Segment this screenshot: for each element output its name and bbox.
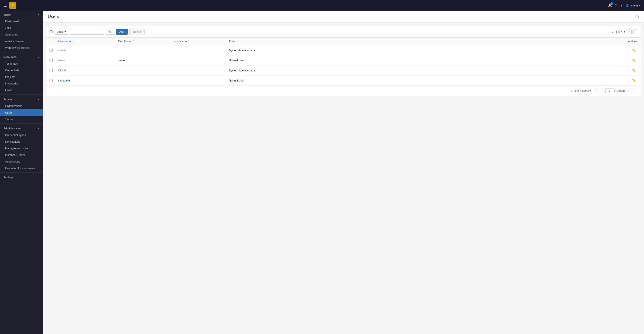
row-2-edit-button[interactable]: ✏️ [631, 58, 637, 63]
pagination-prev-button[interactable]: ‹ [627, 30, 632, 34]
select-all-checkbox[interactable] [50, 30, 52, 33]
sidebar-item-jobs[interactable]: Jobs [0, 25, 43, 31]
table-header: Username ↑ First Name ⋮ Last Name ⋮ Role… [46, 38, 640, 45]
access-chevron-icon: ▾ [38, 98, 39, 101]
row-4-checkbox[interactable] [50, 79, 52, 82]
sidebar-group-views[interactable]: Views ▾ [0, 11, 43, 18]
row-1-edit-button[interactable]: ✏️ [631, 48, 637, 53]
sidebar-item-inventories[interactable]: Inventories [0, 80, 43, 87]
sidebar-item-hosts[interactable]: Hosts [0, 87, 43, 93]
sidebar-item-schedules[interactable]: Schedules [0, 31, 43, 38]
sidebar-item-teams[interactable]: Teams [0, 116, 43, 122]
row-1-role: System Administrator [229, 49, 616, 52]
prev-page-button[interactable]: ‹ [600, 89, 604, 93]
row-3-edit-button[interactable]: ✏️ [631, 68, 637, 73]
row-2-role: Normal User [229, 59, 616, 62]
row-1-username-link[interactable]: admin [58, 49, 66, 52]
pagination-next-button[interactable]: › [632, 30, 637, 34]
administration-chevron-icon: ▾ [38, 127, 39, 130]
notification-bell[interactable]: 🔔 0 [608, 4, 612, 7]
page-number-input[interactable] [605, 88, 613, 93]
header-role: Role [229, 40, 616, 43]
row-3-checkbox-cell [50, 69, 58, 72]
sidebar-item-activity-stream[interactable]: Activity Stream [0, 38, 43, 45]
sidebar-group-settings[interactable]: Settings [0, 174, 43, 181]
top-navigation: ☰ 🏆 🔔 0 ? ▾ 👤 admin ▾ [0, 0, 644, 11]
sidebar-divider-3 [0, 123, 43, 124]
pagination-info: 1 - 4 of 4 ▾ [612, 30, 625, 33]
pagination-text: 1 - 4 of 4 [612, 30, 622, 33]
top-nav-left: ☰ 🏆 [4, 2, 16, 9]
search-icon: 🔍 [108, 30, 112, 33]
table-row: admin System Administrator ✏️ [46, 45, 640, 55]
row-3-actions: ✏️ [616, 68, 637, 73]
search-button[interactable]: 🔍 [106, 29, 114, 35]
sidebar-section-administration: Administration ▾ Credential Types Notifi… [0, 124, 43, 172]
page-header: Users 🕐 [43, 11, 644, 23]
sidebar-item-projects[interactable]: Projects [0, 74, 43, 80]
sidebar-item-templates[interactable]: Templates [0, 60, 43, 67]
sidebar-item-workflow-approvals[interactable]: Workflow Approvals [0, 45, 43, 51]
user-menu[interactable]: 👤 admin ▾ [626, 4, 640, 7]
data-table: Username ↑ First Name ⋮ Last Name ⋮ Role… [46, 38, 640, 96]
sidebar-section-access: Access ▾ Organizations Users Teams [0, 95, 43, 122]
sidebar-section-settings: Settings [0, 174, 43, 181]
sidebar-item-execution-environments[interactable]: Execution Environments [0, 165, 43, 172]
sidebar-item-management-jobs[interactable]: Management Jobs [0, 145, 43, 152]
sidebar-item-dashboard[interactable]: Dashboard [0, 18, 43, 25]
resources-chevron-icon: ▾ [38, 56, 39, 59]
resources-group-label: Resources [4, 56, 16, 59]
row-1-actions: ✏️ [616, 48, 637, 53]
last-name-filter-icon[interactable]: ⋮ [188, 40, 190, 43]
row-4-role: Normal User [229, 79, 616, 82]
row-1-checkbox-cell [50, 49, 58, 52]
pagination-dropdown-arrow[interactable]: ▾ [624, 30, 625, 33]
row-3-checkbox[interactable] [50, 69, 52, 72]
next-page-button[interactable]: › [626, 89, 631, 93]
administration-group-label: Administration [4, 127, 22, 130]
row-3-role: System Administrator [229, 69, 616, 72]
row-2-username: demo [58, 59, 118, 62]
access-group-label: Access [4, 98, 12, 101]
items-dropdown-arrow[interactable]: ▾ [590, 89, 591, 92]
sidebar-item-users[interactable]: Users [0, 109, 43, 116]
row-1-checkbox[interactable] [50, 49, 52, 52]
row-4-edit-button[interactable]: ✏️ [631, 78, 637, 83]
username-sort-icon[interactable]: ↑ [72, 40, 73, 43]
row-3-username-link[interactable]: OLAM [58, 69, 66, 72]
row-2-checkbox-cell [50, 59, 58, 62]
page-of-text: of 1 page [614, 89, 626, 92]
sidebar-item-notifications[interactable]: Notifications [0, 138, 43, 145]
first-page-button[interactable]: « [594, 89, 599, 93]
search-input[interactable] [70, 29, 104, 35]
row-4-username-link[interactable]: sysadmin [58, 79, 70, 82]
views-chevron-icon: ▾ [38, 14, 39, 16]
help-dropdown-arrow[interactable]: ▾ [620, 4, 622, 8]
first-name-header-label: First Name [118, 40, 132, 43]
top-nav-right: 🔔 0 ? ▾ 👤 admin ▾ [608, 4, 640, 8]
first-name-filter-icon[interactable]: ⋮ [132, 40, 135, 43]
page-header-actions: 🕐 [635, 15, 639, 18]
sidebar-group-access[interactable]: Access ▾ [0, 95, 43, 103]
delete-button[interactable]: Delete [130, 29, 145, 35]
history-icon[interactable]: 🕐 [635, 15, 639, 18]
sidebar-item-credential-types[interactable]: Credential Types [0, 132, 43, 138]
help-icon[interactable]: ? [615, 4, 617, 7]
row-2-username-link[interactable]: demo [58, 59, 65, 62]
sidebar-item-instance-groups[interactable]: Instance Groups [0, 152, 43, 158]
sidebar-section-resources: Resources ▾ Templates Credentials Projec… [0, 53, 43, 93]
row-4-username: sysadmin [58, 79, 118, 82]
toolbar: Email ▾ 🔍 Add Delete 1 - 4 of 4 ▾ [46, 26, 640, 38]
last-page-button[interactable]: » [632, 89, 637, 93]
sidebar-group-administration[interactable]: Administration ▾ [0, 124, 43, 132]
filter-dropdown[interactable]: Email ▾ [54, 29, 68, 35]
content-area: Email ▾ 🔍 Add Delete 1 - 4 of 4 ▾ [43, 23, 644, 99]
sidebar-item-credentials[interactable]: Credentials [0, 67, 43, 74]
sidebar-group-resources[interactable]: Resources ▾ [0, 53, 43, 60]
add-button[interactable]: Add [116, 29, 128, 35]
sidebar-item-organizations[interactable]: Organizations [0, 103, 43, 109]
table-row: OLAM System Administrator ✏️ [46, 65, 640, 75]
hamburger-menu-icon[interactable]: ☰ [4, 3, 7, 8]
row-2-checkbox[interactable] [50, 59, 52, 62]
sidebar-item-applications[interactable]: Applications [0, 158, 43, 165]
